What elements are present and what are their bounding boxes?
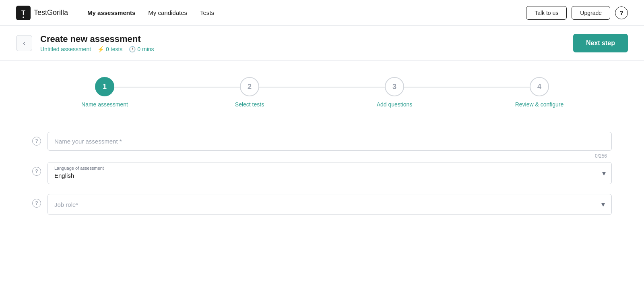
time-item: 🕐 0 mins xyxy=(129,46,154,52)
stepper-container: 1 Name assessment 2 Select tests 3 Add q… xyxy=(0,61,644,124)
step-3-label: Add questions xyxy=(377,101,413,108)
step-4-circle[interactable]: 4 xyxy=(530,77,549,96)
step-4: 4 Review & configure xyxy=(467,77,612,108)
step-1-label: Name assessment xyxy=(81,101,128,108)
assessment-meta: Untitled assessment ⚡ 0 tests 🕐 0 mins xyxy=(40,46,565,52)
logo-icon: T xyxy=(16,6,31,20)
language-help-icon[interactable]: ? xyxy=(32,167,41,176)
page-title: Create new assessment xyxy=(40,34,565,44)
step-3-circle[interactable]: 3 xyxy=(385,77,404,96)
assessment-bar: ‹ Create new assessment Untitled assessm… xyxy=(0,26,644,61)
svg-point-2 xyxy=(23,17,24,18)
job-role-select[interactable]: Job role* ▾ xyxy=(47,194,612,215)
clock-icon: 🕐 xyxy=(129,46,136,52)
main-nav: My assessments My candidates Tests xyxy=(87,9,526,16)
time-count: 0 mins xyxy=(137,46,154,52)
assessment-name-help-icon[interactable]: ? xyxy=(32,137,41,146)
job-role-dropdown-arrow: ▾ xyxy=(601,200,605,209)
char-count: 0/256 xyxy=(595,153,607,159)
lightning-icon: ⚡ xyxy=(97,46,104,52)
step-2: 2 Select tests xyxy=(177,77,322,108)
assessment-name-row: ? 0/256 xyxy=(32,132,612,151)
step-2-label: Select tests xyxy=(235,101,264,108)
language-select[interactable]: English xyxy=(48,171,611,184)
header-actions: Talk to us Upgrade ? xyxy=(526,6,628,20)
assessment-name-input[interactable] xyxy=(47,132,612,151)
tests-count-item: ⚡ 0 tests xyxy=(97,46,122,52)
assessment-info: Create new assessment Untitled assessmen… xyxy=(40,34,565,52)
header: T TestGorilla My assessments My candidat… xyxy=(0,0,644,26)
step-3: 3 Add questions xyxy=(322,77,467,108)
form-section: ? 0/256 ? Language of assessment English… xyxy=(0,124,644,241)
nav-my-assessments[interactable]: My assessments xyxy=(87,9,135,16)
back-button[interactable]: ‹ xyxy=(16,35,32,51)
nav-my-candidates[interactable]: My candidates xyxy=(148,9,187,16)
logo-light: Gorilla xyxy=(47,8,68,17)
svg-text:T: T xyxy=(21,9,25,17)
step-1: 1 Name assessment xyxy=(32,77,177,108)
job-role-field: Job role* ▾ xyxy=(47,194,612,215)
upgrade-button[interactable]: Upgrade xyxy=(572,6,610,20)
step-4-label: Review & configure xyxy=(515,101,564,108)
language-row: ? Language of assessment English ▾ xyxy=(32,162,612,184)
logo: T TestGorilla xyxy=(16,6,68,20)
language-select-wrapper: Language of assessment English ▾ xyxy=(47,162,612,184)
logo-text: TestGorilla xyxy=(34,8,68,17)
nav-tests[interactable]: Tests xyxy=(200,9,214,16)
stepper: 1 Name assessment 2 Select tests 3 Add q… xyxy=(32,77,612,108)
help-button[interactable]: ? xyxy=(615,6,628,19)
job-role-help-icon[interactable]: ? xyxy=(32,199,41,208)
tests-count: 0 tests xyxy=(106,46,122,52)
step-2-circle[interactable]: 2 xyxy=(240,77,259,96)
talk-to-us-button[interactable]: Talk to us xyxy=(526,6,567,20)
language-field: Language of assessment English ▾ xyxy=(47,162,612,184)
language-label: Language of assessment xyxy=(48,162,611,171)
step-1-circle[interactable]: 1 xyxy=(95,77,114,96)
next-step-button[interactable]: Next step xyxy=(573,34,628,52)
assessment-name: Untitled assessment xyxy=(40,46,91,52)
job-role-row: ? Job role* ▾ xyxy=(32,194,612,215)
job-role-placeholder: Job role* xyxy=(54,201,78,208)
logo-bold: Test xyxy=(34,8,47,17)
assessment-name-field: 0/256 xyxy=(47,132,612,151)
